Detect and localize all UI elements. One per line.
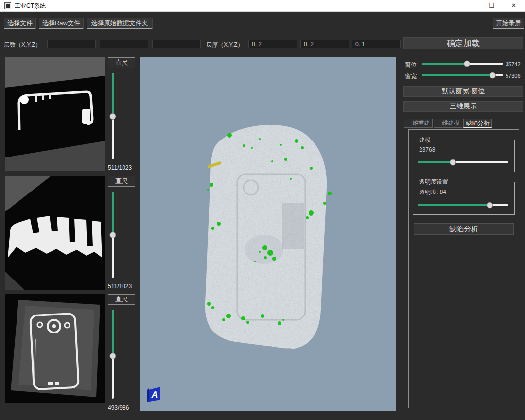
thickness-z-input[interactable] (352, 40, 401, 48)
layers-y-input[interactable] (100, 40, 148, 48)
slice-2-position: 511/1023 (108, 283, 132, 290)
tab-3d-modeling[interactable]: 三维建模 (434, 119, 462, 128)
thickness-y-input[interactable] (300, 40, 349, 48)
thickness-label: 层厚（X,Y,Z） (206, 41, 243, 49)
window-level-slider[interactable] (422, 63, 503, 65)
slice-1-slider-handle[interactable] (110, 113, 116, 120)
maximize-button[interactable]: ☐ (480, 0, 503, 12)
modeling-value: 23768 (419, 146, 435, 153)
select-raw-button[interactable]: 选择Raw文件 (39, 18, 84, 29)
window-width-label: 窗宽 (405, 72, 417, 81)
select-folder-button[interactable]: 选择原始数据文件夹 (87, 18, 153, 29)
slice-1-position: 511/1023 (108, 164, 132, 171)
viewport-3d[interactable]: A (140, 57, 396, 411)
slice-1-controls: 直尺 511/1023 (107, 57, 137, 171)
slice-2-slider[interactable] (112, 192, 114, 278)
slice-3-controls: 直尺 493/986 (107, 294, 137, 411)
ct-slice-3-image (5, 294, 105, 403)
confirm-load-button[interactable]: 确定加载 (403, 37, 523, 49)
svg-text:A: A (151, 390, 158, 400)
slice-3-slider[interactable] (112, 310, 114, 399)
slice-1-slider[interactable] (112, 73, 114, 159)
ct-slice-2-image (5, 176, 105, 290)
transparency-slider[interactable] (418, 204, 508, 206)
thickness-x-input[interactable] (248, 40, 297, 48)
render-engine-logo-icon: A (144, 385, 163, 402)
slice-3-slider-handle[interactable] (110, 353, 116, 359)
modeling-slider[interactable] (418, 161, 508, 163)
window-width-slider-handle[interactable] (490, 72, 496, 79)
transparency-slider-handle[interactable] (487, 202, 493, 209)
ct-slice-1-image (5, 57, 105, 171)
start-record-button[interactable]: 开始录屏 (493, 18, 524, 29)
title-bar: 工业CT系统 — ☐ ✕ (0, 0, 525, 12)
slice-3-ruler-label: 直尺 (108, 294, 135, 305)
defect-analysis-button[interactable]: 缺陷分析 (414, 223, 514, 235)
slice-2-ruler-label: 直尺 (108, 176, 135, 187)
default-window-button[interactable]: 默认窗宽-窗位 (403, 86, 523, 97)
window-level-slider-handle[interactable] (464, 61, 470, 67)
layers-z-input[interactable] (152, 40, 201, 48)
app-window: 工业CT系统 — ☐ ✕ 选择文件 选择Raw文件 选择原始数据文件夹 开始录屏… (0, 0, 525, 420)
transparency-group: 透明度设置 透明度: 84 (413, 178, 515, 215)
modeling-slider-handle[interactable] (450, 159, 456, 166)
tab-3d-reconstruction[interactable]: 三维重建 (404, 119, 433, 128)
select-file-button[interactable]: 选择文件 (4, 18, 36, 29)
layers-label: 层数（X,Y,Z） (4, 41, 41, 49)
slice-3-position: 493/986 (108, 404, 129, 411)
modeling-group: 建模 23768 (413, 136, 515, 172)
window-title: 工业CT系统 (15, 0, 46, 12)
modeling-group-title: 建模 (417, 136, 433, 144)
show-3d-button[interactable]: 三维展示 (403, 101, 523, 112)
transparency-group-title: 透明度设置 (417, 178, 450, 186)
window-level-label: 窗位 (405, 61, 417, 69)
close-button[interactable]: ✕ (503, 0, 525, 12)
slice-2-controls: 直尺 511/1023 (107, 176, 137, 290)
window-width-value: 57306 (506, 73, 521, 79)
layers-x-input[interactable] (47, 40, 96, 48)
slice-2-slider-handle[interactable] (110, 232, 116, 238)
minimize-button[interactable]: — (458, 0, 480, 12)
app-icon (4, 2, 11, 9)
window-width-slider[interactable] (422, 74, 503, 76)
slice-1-ruler-label: 直尺 (108, 57, 135, 68)
window-level-value: 35742 (506, 61, 521, 67)
tab-defect-analysis[interactable]: 缺陷分析 (463, 119, 492, 128)
transparency-value-label: 透明度: 84 (419, 188, 446, 196)
reconstruction-3d-model (140, 57, 396, 411)
